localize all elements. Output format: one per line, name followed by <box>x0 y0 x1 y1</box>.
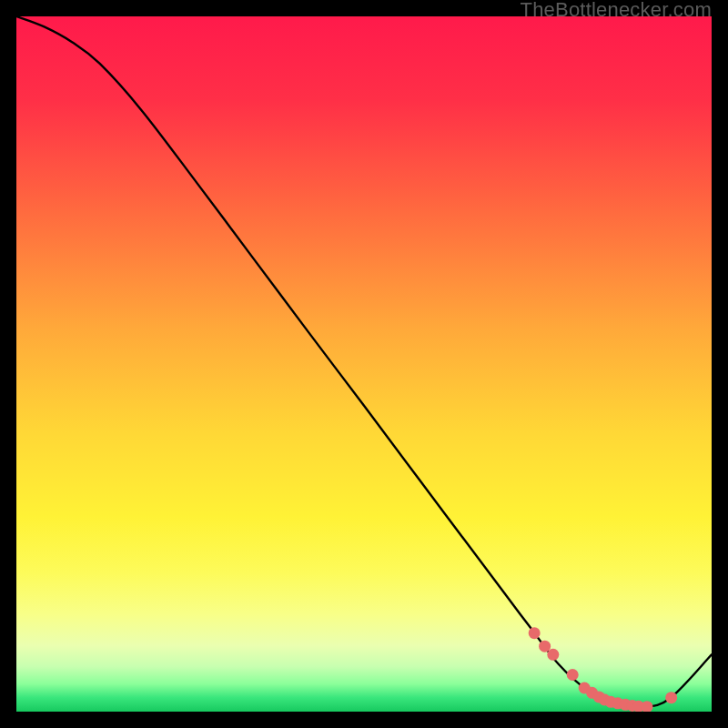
gradient-background <box>16 16 712 712</box>
highlight-dot <box>529 627 541 639</box>
highlight-dot <box>547 649 559 661</box>
highlight-dot <box>665 692 677 703</box>
watermark-text: TheBottlenecker.com <box>521 0 712 22</box>
highlight-dot <box>539 641 551 652</box>
highlight-dot <box>567 669 579 681</box>
chart-frame <box>16 16 712 712</box>
chart-svg <box>16 16 712 712</box>
